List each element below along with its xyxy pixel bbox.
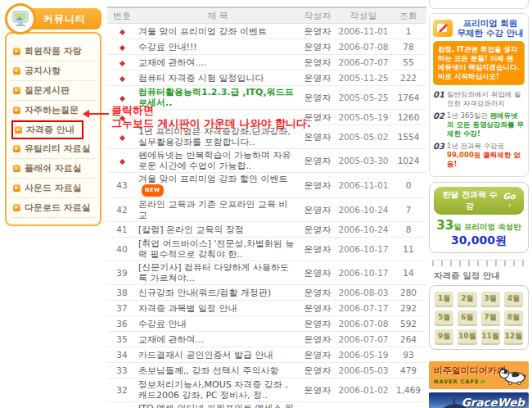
post-views: 7: [390, 205, 426, 215]
table-header: 번호제 목작성자작성일조회: [107, 7, 426, 24]
sidebar-item-label: 사운드 자료실: [25, 182, 82, 194]
post-author: 운영자: [299, 57, 336, 68]
sidebar-item[interactable]: ▸다운로드 자료실: [11, 198, 95, 218]
post-author: 운영자: [299, 288, 336, 298]
post-date: 2006-05-03: [336, 365, 390, 376]
premium-benefit-item: 031년 전과목 수강료 99,000원 클릭제한 없음!: [433, 142, 525, 169]
post-title-link[interactable]: 교재에 관하여...: [137, 334, 299, 345]
arrow-bullet-icon: ▸: [13, 107, 20, 114]
column-header: 작성일: [336, 10, 390, 22]
month-button[interactable]: 12월: [504, 329, 523, 343]
sidebar-item[interactable]: ▸유틸리티 자료실: [11, 139, 95, 159]
month-button[interactable]: 1월: [435, 292, 453, 306]
post-author: 운영자: [299, 365, 336, 376]
month-button[interactable]: 3월: [481, 292, 500, 306]
premium-header: 프리미엄 회원 무제한 수강 안내: [433, 18, 525, 38]
post-title-link[interactable]: 컴퓨터활용능력1.2.3.급 ,ITQ,워드프로세서..: [137, 87, 299, 108]
post-title-link[interactable]: 교재에 관하여....: [137, 57, 299, 68]
month-button[interactable]: 10월: [458, 329, 476, 343]
post-title-link[interactable]: 겨울 맞이 프리미엄 강좌 이벤트: [137, 26, 299, 37]
table-row: 42온라인 교육과 기존 오프라인 교육 비교운영자2006-10-247: [107, 198, 426, 222]
post-title-link[interactable]: 온라인 교육과 기존 오프라인 교육 비교: [137, 199, 299, 220]
post-date: 2005-05-02: [336, 132, 390, 143]
new-badge: NEW: [142, 184, 164, 197]
sidebar-item[interactable]: ▸회원작품 자랑: [11, 42, 95, 61]
notice-icon: [119, 44, 124, 50]
month-button[interactable]: 7월: [481, 311, 500, 324]
sidebar-menu: ▸회원작품 자랑▸공지사항▸질문게시판▸자주하는질문▸자격증 안내▸유틸리티 자…: [5, 32, 101, 226]
benefit-text: 1년 365일간: [447, 111, 490, 120]
sidebar-item-label: 유틸리티 자료실: [25, 143, 91, 155]
table-row: 펜에듀넷는 반복학습이 가능하며 자유로운 시간에 수업이 가능합..운영자20…: [107, 149, 426, 173]
post-views: 264: [390, 334, 426, 345]
post-title-link[interactable]: 신규강좌 안내(워드/컴활 개정판): [137, 288, 299, 298]
month-button[interactable]: 9월: [435, 329, 453, 343]
sidebar-item-label: 플래쉬 자료실: [25, 162, 82, 175]
month-button[interactable]: 8월: [504, 311, 523, 324]
post-title-link[interactable]: 자격증 과목별 일정 안내: [137, 303, 299, 314]
sidebar-item-label: 자격증 안내: [26, 124, 74, 136]
sidebar-item[interactable]: ▸사운드 자료실: [11, 179, 95, 198]
month-button[interactable]: 6월: [458, 311, 476, 324]
table-row: 33초보님들께,, 강좌 선택시 주의사항운영자2006-05-03479: [107, 363, 426, 379]
post-title-link[interactable]: 수강료 안내: [137, 319, 299, 329]
post-views: 1554: [390, 132, 426, 143]
post-title-link[interactable]: 수강료 안내!!!: [137, 42, 299, 52]
post-title-link[interactable]: 컴퓨터 자격증 시험 일정입니다: [137, 73, 299, 84]
post-title-link[interactable]: ITQ 엑셀,인터넷,파워포인트,엑세스,워드 ,PC 정비사, ATC 기술자…: [137, 403, 299, 408]
post-author: 운영자: [299, 156, 336, 166]
post-title-link[interactable]: 초보님들께,, 강좌 선택시 주의사항: [137, 365, 299, 376]
arrow-bullet-icon: ▸: [13, 204, 20, 211]
post-views: 8: [390, 224, 426, 235]
graceweb-banner[interactable]: GraceWeb 빌더형홈페이지제작: [429, 392, 529, 408]
sidebar-item-highlighted[interactable]: ▸자격증 안내: [11, 120, 83, 139]
row-number: [107, 93, 137, 103]
sidebar-item[interactable]: ▸플래쉬 자료실: [11, 159, 95, 179]
post-title-link[interactable]: 1년 프리미엄은 자격증강좌,단과강좌,실무활용강좌를 포함합니다..: [137, 126, 299, 147]
sidebar-item[interactable]: ▸공지사항: [11, 61, 95, 81]
row-number: 39: [107, 268, 137, 279]
post-date: 2006-07-08: [336, 319, 390, 329]
post-author: 운영자: [299, 244, 336, 255]
premium-title: 프리미엄 회원 무제한 수강 안내: [456, 18, 525, 38]
month-button[interactable]: 5월: [435, 311, 453, 324]
post-author: 운영자: [299, 350, 336, 360]
post-author: 운영자: [299, 42, 336, 52]
month-pass-line: 33일 프리미엄 속성반: [434, 218, 524, 233]
row-number: [107, 42, 137, 52]
table-row: 32정보처리기능사,MOUS 자격증 강좌 ,캐드2006 강좌, PC 정비사…: [107, 379, 426, 402]
leaf-icon: [480, 380, 485, 383]
table-row: 37자격증 과목별 일정 안내운영자2006-07-17292: [107, 301, 426, 316]
post-views: 1764: [390, 93, 426, 103]
post-title-link[interactable]: 정보처리기능사,MOUS 자격증 강좌 ,캐드2006 강좌, PC 정비사, …: [137, 379, 299, 401]
post-title-link[interactable]: [칼럼] 온라인 교육의 장점: [137, 224, 299, 235]
notice-icon: [119, 75, 124, 81]
post-title-link[interactable]: 펜에듀넷는 반복학습이 가능하며 자유로운 시간에 수업이 가능합..: [137, 150, 299, 171]
monitor-icon: [5, 3, 36, 34]
sidebar-item[interactable]: ▸질문게시판: [11, 81, 95, 101]
premium-banner[interactable]: 프리미엄 회원 무제한 수강 안내 컴정, IT관련 취업을 생각하는 모든 분…: [429, 13, 529, 177]
arrow-bullet-icon: ▸: [15, 126, 22, 134]
sidebar-item[interactable]: ▸자주하는질문: [11, 101, 95, 120]
row-number: 41: [107, 224, 137, 235]
naver-cafe-banner[interactable]: 비주얼미디어카페 NAVER CAFE: [429, 361, 529, 389]
sidebar-title: 커뮤니티: [28, 8, 101, 29]
table-row: 수강료 안내!!!운영자2006-07-0878: [107, 39, 426, 55]
month-button[interactable]: 2월: [458, 292, 476, 306]
post-date: 2005-11-25: [336, 73, 390, 84]
post-title-link[interactable]: [신문기사] 컴퓨터 다양하게 사용하도록 가르쳐야...: [137, 262, 299, 283]
month-button[interactable]: 4월: [504, 292, 523, 306]
post-title-link[interactable]: [취업 어드바이스] '전문성,차별화된 능력 필수적으로 갖춰야 한..: [137, 238, 299, 260]
month-button[interactable]: 11월: [481, 329, 500, 343]
post-author: 운영자: [299, 319, 336, 329]
benefit-text: 1년 전과목 수강료: [447, 142, 504, 150]
table-row: 36수강료 안내운영자2006-07-08592: [107, 316, 426, 332]
table-row: 1년 프리미엄은 자격증강좌,단과강좌,실무활용강좌를 포함합니다..운영자20…: [107, 125, 426, 149]
post-title-link[interactable]: 카드결재시 공인인증서 발급 안내: [137, 350, 299, 360]
post-title-link[interactable]: 겨울 맞이 프리미엄 강좌 할인 이벤트NEW: [137, 174, 299, 197]
table-row: 35교재에 관하여...운영자2006-07-07264: [107, 332, 426, 347]
month-pass-go-button[interactable]: 한달 전과목 수강 Go ›: [434, 187, 524, 215]
community-board-page: 커뮤니티 ▸회원작품 자랑▸공지사항▸질문게시판▸자주하는질문▸자격증 안내▸유…: [0, 0, 532, 408]
post-date: 2006-10-24: [336, 224, 390, 235]
post-views: 0: [390, 180, 426, 191]
